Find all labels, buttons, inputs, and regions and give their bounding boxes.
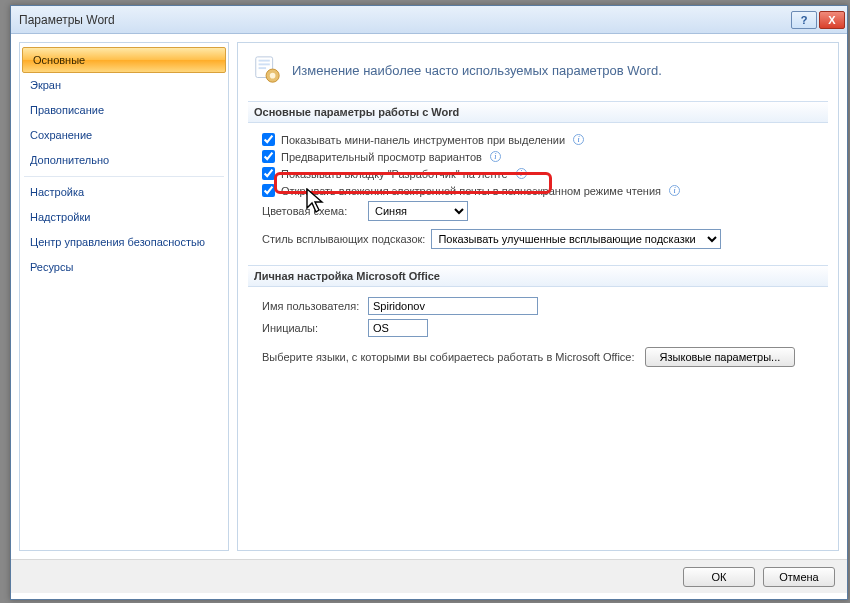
sidebar-item-proofing[interactable]: Правописание <box>20 98 228 123</box>
dialog-body: Основные Экран Правописание Сохранение Д… <box>11 34 847 559</box>
heading-row: Изменение наиболее часто используемых па… <box>248 49 828 95</box>
sidebar-item-resources[interactable]: Ресурсы <box>20 255 228 280</box>
svg-rect-1 <box>259 60 270 62</box>
field-language: Выберите языки, с которыми вы собираетес… <box>248 339 828 369</box>
dialog-footer: OК Отмена <box>11 559 847 593</box>
cancel-button[interactable]: Отмена <box>763 567 835 587</box>
field-screentips: Стиль всплывающих подсказок: Показывать … <box>248 223 828 251</box>
content-panel: Изменение наиболее часто используемых па… <box>237 42 839 551</box>
sidebar-item-customize[interactable]: Настройка <box>20 180 228 205</box>
section-general-options: Основные параметры работы с Word <box>248 101 828 123</box>
field-username: Имя пользователя: <box>248 295 828 317</box>
info-icon[interactable]: i <box>516 168 527 179</box>
checkbox-live-preview[interactable] <box>262 150 275 163</box>
info-icon[interactable]: i <box>669 185 680 196</box>
sidebar-item-trust-center[interactable]: Центр управления безопасностью <box>20 230 228 255</box>
select-color-scheme[interactable]: Синяя <box>368 201 468 221</box>
settings-icon <box>252 55 282 85</box>
field-initials: Инициалы: <box>248 317 828 339</box>
window-title: Параметры Word <box>19 13 791 27</box>
checkbox-fullscreen-reading[interactable] <box>262 184 275 197</box>
sidebar: Основные Экран Правописание Сохранение Д… <box>19 42 229 551</box>
help-button[interactable]: ? <box>791 11 817 29</box>
language-settings-button[interactable]: Языковые параметры... <box>645 347 796 367</box>
svg-rect-3 <box>259 67 267 69</box>
checkbox-developer-tab[interactable] <box>262 167 275 180</box>
titlebar: Параметры Word ? X <box>11 6 847 34</box>
checkbox-mini-toolbar[interactable] <box>262 133 275 146</box>
window-buttons: ? X <box>791 11 845 29</box>
info-icon[interactable]: i <box>490 151 501 162</box>
info-icon[interactable]: i <box>573 134 584 145</box>
close-button[interactable]: X <box>819 11 845 29</box>
svg-rect-2 <box>259 63 270 65</box>
sidebar-item-advanced[interactable]: Дополнительно <box>20 148 228 173</box>
sidebar-separator <box>24 176 224 177</box>
option-fullscreen-reading: Открывать вложения электронной почты в п… <box>248 182 828 199</box>
select-screentips[interactable]: Показывать улучшенные всплывающие подска… <box>431 229 721 249</box>
input-username[interactable] <box>368 297 538 315</box>
ok-button[interactable]: OК <box>683 567 755 587</box>
option-live-preview: Предварительный просмотр вариантов i <box>248 148 828 165</box>
word-options-dialog: Параметры Word ? X Основные Экран Правоп… <box>10 5 848 600</box>
section-personal: Личная настройка Microsoft Office <box>248 265 828 287</box>
sidebar-item-general[interactable]: Основные <box>22 47 226 73</box>
input-initials[interactable] <box>368 319 428 337</box>
heading-text: Изменение наиболее часто используемых па… <box>292 63 662 78</box>
sidebar-item-addins[interactable]: Надстройки <box>20 205 228 230</box>
sidebar-item-display[interactable]: Экран <box>20 73 228 98</box>
option-mini-toolbar: Показывать мини-панель инструментов при … <box>248 131 828 148</box>
svg-point-5 <box>270 73 276 79</box>
field-color-scheme: Цветовая схема: Синяя <box>248 199 828 223</box>
option-developer-tab: Показывать вкладку "Разработчик" на лент… <box>248 165 828 182</box>
sidebar-item-save[interactable]: Сохранение <box>20 123 228 148</box>
